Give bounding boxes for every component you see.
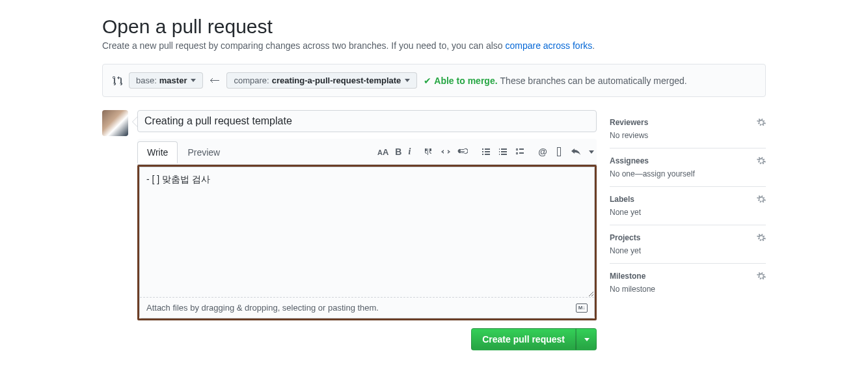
italic-icon[interactable]: i	[408, 147, 411, 157]
base-prefix: base:	[136, 76, 157, 85]
quote-icon[interactable]	[424, 147, 434, 157]
tab-preview[interactable]: Preview	[178, 141, 230, 163]
base-branch-button[interactable]: base: master	[129, 72, 203, 89]
sidebar-labels: Labels None yet	[610, 187, 766, 225]
projects-title: Projects	[610, 233, 640, 242]
markdown-icon[interactable]: M↓	[576, 303, 588, 313]
gear-icon[interactable]	[757, 118, 766, 127]
milestone-title: Milestone	[610, 272, 645, 281]
chevron-down-icon	[584, 338, 590, 341]
labels-title: Labels	[610, 195, 634, 204]
sidebar-assignees: Assignees No one—assign yourself	[610, 148, 766, 187]
avatar	[102, 110, 128, 136]
compare-prefix: compare:	[234, 76, 269, 85]
subtitle-text: Create a new pull request by comparing c…	[102, 40, 505, 51]
sidebar-milestone: Milestone No milestone	[610, 264, 766, 302]
task-list-icon[interactable]	[515, 147, 525, 157]
pr-body-textarea[interactable]	[140, 167, 594, 298]
milestone-value: No milestone	[610, 285, 766, 294]
mention-icon[interactable]: @	[538, 147, 547, 157]
check-icon: ✔	[424, 76, 431, 86]
page-title: Open a pull request	[102, 16, 766, 38]
chevron-down-icon[interactable]	[589, 150, 594, 154]
gear-icon[interactable]	[757, 272, 766, 281]
speech-arrow	[132, 117, 137, 127]
attach-hint-text: Attach files by dragging & dropping, sel…	[146, 303, 379, 313]
base-branch-value: master	[159, 76, 187, 85]
compare-forks-link[interactable]: compare across forks	[505, 40, 592, 51]
sidebar-projects: Projects None yet	[610, 225, 766, 264]
gear-icon[interactable]	[757, 233, 766, 242]
arrow-left-icon: 🡐	[210, 75, 220, 87]
saved-reply-icon[interactable]	[554, 147, 564, 157]
reviewers-value: No reviews	[610, 131, 766, 140]
reply-icon[interactable]	[571, 147, 581, 157]
body-highlight-box: Attach files by dragging & dropping, sel…	[137, 165, 597, 320]
unordered-list-icon[interactable]	[481, 147, 491, 157]
projects-value: None yet	[610, 246, 766, 255]
merge-rest-text: These branches can be automatically merg…	[500, 76, 687, 86]
gear-icon[interactable]	[757, 156, 766, 165]
bold-icon[interactable]: B	[395, 147, 401, 157]
merge-able-text: Able to merge.	[434, 76, 497, 86]
git-compare-icon	[112, 76, 122, 86]
chevron-down-icon	[405, 79, 410, 82]
assignees-title: Assignees	[610, 156, 649, 165]
compare-branch-value: creating-a-pull-request-template	[272, 76, 401, 85]
labels-value: None yet	[610, 208, 766, 217]
subtitle-after: .	[592, 40, 595, 51]
compare-bar: base: master 🡐 compare: creating-a-pull-…	[102, 64, 766, 97]
markdown-toolbar: AA B i	[370, 147, 597, 157]
merge-status: ✔ Able to merge. These branches can be a…	[424, 76, 686, 86]
sidebar-reviewers: Reviewers No reviews	[610, 110, 766, 148]
gear-icon[interactable]	[757, 195, 766, 204]
reviewers-title: Reviewers	[610, 118, 648, 127]
code-icon[interactable]	[441, 147, 451, 157]
pr-title-input[interactable]	[137, 110, 597, 132]
tab-write[interactable]: Write	[137, 141, 178, 163]
chevron-down-icon	[191, 79, 196, 82]
ordered-list-icon[interactable]	[498, 147, 508, 157]
link-icon[interactable]	[457, 147, 468, 157]
compare-branch-button[interactable]: compare: creating-a-pull-request-templat…	[226, 72, 417, 89]
heading-icon[interactable]: AA	[377, 147, 388, 157]
page-subtitle: Create a new pull request by comparing c…	[102, 40, 766, 51]
create-pull-request-button[interactable]: Create pull request	[471, 328, 576, 350]
attach-hint-row[interactable]: Attach files by dragging & dropping, sel…	[140, 298, 594, 318]
create-pull-request-dropdown[interactable]	[576, 328, 597, 350]
assignees-value[interactable]: No one—assign yourself	[610, 169, 766, 178]
